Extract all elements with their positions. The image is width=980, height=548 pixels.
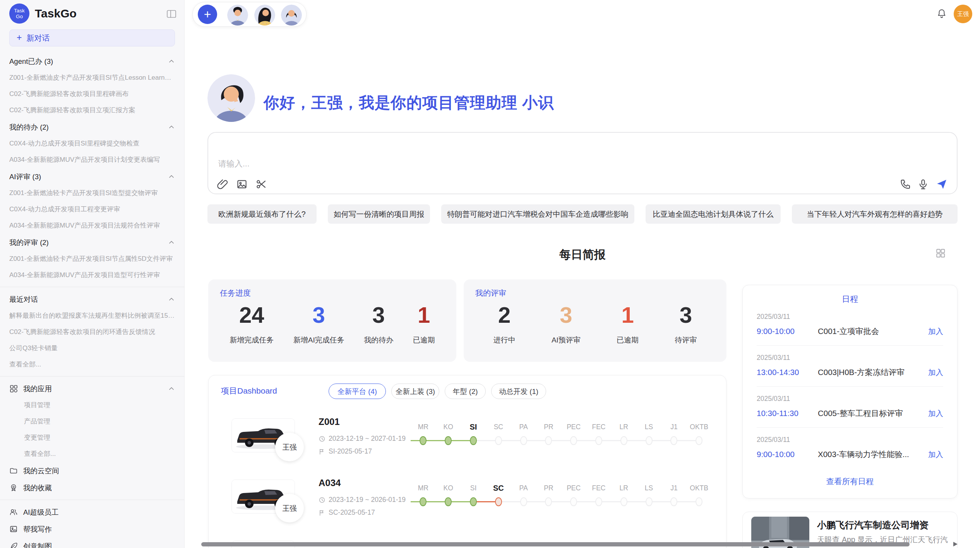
avatar[interactable] <box>254 4 276 26</box>
sidebar-item[interactable]: A034-全新新能源MUV产品开发项目造型可行性评审 <box>0 267 184 283</box>
milestone-dot-done <box>470 497 477 506</box>
chevron-up-icon <box>168 296 175 303</box>
chevron-up-icon <box>168 239 175 246</box>
avatar[interactable] <box>226 4 249 26</box>
sidebar-item-ai-staff[interactable]: AI超级员工 <box>0 503 184 521</box>
clock-icon <box>319 435 326 442</box>
milestone-timeline: MR KO SI SC PA PR PEC FEC LR LS J1 OKTB <box>411 482 712 507</box>
milestone-dot-done <box>470 436 477 445</box>
sidebar-item[interactable]: Z001-全新燃油轻卡产品开发项目SI造型提交物评审 <box>0 185 184 201</box>
recent-chat-item[interactable]: 公司Q3轻卡销量 <box>0 340 184 356</box>
view-all-chats[interactable]: 查看全部... <box>0 356 184 373</box>
app-link-change-mgmt[interactable]: 变更管理 <box>0 430 184 446</box>
microphone-icon[interactable] <box>917 178 929 190</box>
scrollbar-thumb[interactable] <box>201 542 910 546</box>
section-header-agent-done[interactable]: Agent已办 (3) <box>0 53 184 70</box>
milestone-timeline: MR KO SI SC PA PR PEC FEC LR LS J1 OKTB <box>411 421 712 446</box>
join-link[interactable]: 加入 <box>928 449 943 460</box>
sidebar-item[interactable]: C0X4-动力总成开发项目SI里程碑提交物检查 <box>0 135 184 152</box>
sidebar-item[interactable]: C02-飞腾新能源轻客改款项目立项汇报方案 <box>0 102 184 118</box>
sidebar-item[interactable]: Z001-全新燃油皮卡产品开发项目SI节点Lesson Learn报告 <box>0 70 184 86</box>
tab-new-body[interactable]: 全新上装 (3) <box>391 384 439 399</box>
milestone-label: FEC <box>586 421 612 433</box>
tab-all-new-platform[interactable]: 全新平台 (4) <box>329 384 386 399</box>
dashboard-title: 项目Dashboard <box>221 385 277 396</box>
send-icon[interactable] <box>936 178 947 190</box>
stat-pending-review: 3 待评审 <box>675 303 697 345</box>
milestone-dot-future <box>520 497 527 506</box>
suggestion-chip[interactable]: 比亚迪全固态电池计划具体说了什么 <box>646 204 781 224</box>
section-header-ai-review[interactable]: AI评审 (3) <box>0 168 184 185</box>
milestone-dot-future <box>696 436 702 445</box>
card-title: 我的评审 <box>475 288 506 298</box>
add-conversation-button[interactable]: + <box>198 5 217 24</box>
flag-icon <box>319 509 326 516</box>
sidebar-item-help-write[interactable]: 帮我写作 <box>0 521 184 538</box>
schedule-entry: 9:00-10:00 C001-立项审批会 加入 <box>757 326 943 337</box>
section-header-my-todo[interactable]: 我的待办 (2) <box>0 118 184 135</box>
app-link-product-mgmt[interactable]: 产品管理 <box>0 413 184 430</box>
avatar[interactable] <box>280 4 303 26</box>
sidebar-item-cloud-space[interactable]: 我的云空间 <box>0 462 184 479</box>
image-icon <box>9 525 18 533</box>
tab-powertrain-dev[interactable]: 动总开发 (1) <box>491 384 546 399</box>
sidebar-item[interactable]: A034-全新新能源MUV产品开发项目计划变更表编写 <box>0 152 184 168</box>
suggestion-chip[interactable]: 当下年轻人对汽车外观有怎样的喜好趋势 <box>792 204 958 224</box>
app-logo: Task Go <box>9 3 29 24</box>
stat-new-done: 24 新增完成任务 <box>230 303 274 345</box>
suggestion-chip[interactable]: 欧洲新规最近颁布了什么? <box>207 204 317 224</box>
sidebar-item[interactable]: Z001-全新燃油轻卡产品开发项目SI节点属性5D文件评审 <box>0 251 184 267</box>
join-link[interactable]: 加入 <box>928 408 943 419</box>
divider <box>757 386 943 387</box>
milestone-dot-future <box>670 497 677 506</box>
plus-icon: + <box>17 33 22 43</box>
view-all-apps[interactable]: 查看全部... <box>0 446 184 462</box>
sidebar-item[interactable]: C02-飞腾新能源轻客改款项目里程碑画布 <box>0 86 184 102</box>
milestone-dot-future <box>646 497 653 506</box>
divider <box>757 345 943 346</box>
tab-year-model[interactable]: 年型 (2) <box>445 384 486 399</box>
recent-chat-item[interactable]: 解释最新出台的欧盟报废车法规再生塑料比例被调至15%... <box>0 308 184 324</box>
milestone-dot-future <box>545 436 552 445</box>
schedule-entry: 9:00-10:00 X003-车辆动力学性能验... 加入 <box>757 449 943 460</box>
section-header-recent-chats[interactable]: 最近对话 <box>0 291 184 308</box>
recent-chat-item[interactable]: C02-飞腾新能源轻客改款项目的闭环通告反馈情况 <box>0 324 184 340</box>
join-link[interactable]: 加入 <box>928 326 943 337</box>
attachment-icon[interactable] <box>217 178 228 190</box>
milestone-dot-future <box>520 436 527 445</box>
grid-icon <box>9 384 18 393</box>
sidebar-item[interactable]: A034-全新新能源MUV产品开发项目法规符合性评审 <box>0 217 184 234</box>
stat-my-todo: 3 我的待办 <box>364 303 393 345</box>
ai-staff-label: AI超级员工 <box>23 507 58 517</box>
milestone-label-current: SI <box>461 421 486 433</box>
new-chat-button[interactable]: + 新对话 <box>9 29 175 46</box>
notification-bell-icon[interactable] <box>937 9 947 19</box>
suggestion-chip[interactable]: 如何写一份清晰的项目周报 <box>328 204 430 224</box>
chat-input[interactable]: 请输入... <box>207 132 958 194</box>
app-link-project-mgmt[interactable]: 项目管理 <box>0 397 184 413</box>
suggestion-chip[interactable]: 特朗普可能对进口汽车增税会对中国车企造成哪些影响 <box>441 204 634 224</box>
section-title: 最近对话 <box>9 295 38 304</box>
milestone-label: J1 <box>661 482 687 494</box>
logo-text-bottom: Go <box>16 14 23 19</box>
sidebar-item[interactable]: C0X4-动力总成开发项目工程变更评审 <box>0 201 184 217</box>
sidebar-item-creative-draw[interactable]: 创意制图 <box>0 538 184 548</box>
user-avatar[interactable]: 王强 <box>954 5 972 23</box>
sidebar-collapse-icon[interactable] <box>166 9 176 19</box>
milestone-dot-done <box>445 497 452 506</box>
sidebar-item-my-apps[interactable]: 我的应用 <box>0 380 184 397</box>
schedule-name: X003-车辆动力学性能验... <box>818 449 928 460</box>
scrollbar-right-arrow[interactable] <box>953 542 958 546</box>
view-all-schedule-link[interactable]: 查看所有日程 <box>757 476 943 487</box>
scissors-icon[interactable] <box>255 178 267 190</box>
image-upload-icon[interactable] <box>236 178 248 190</box>
schedule-name: C005-整车工程目标评审 <box>818 408 928 419</box>
join-link[interactable]: 加入 <box>928 367 943 378</box>
layout-grid-icon[interactable] <box>935 248 946 258</box>
milestone-label: LR <box>611 421 636 433</box>
phone-call-icon[interactable] <box>899 178 911 190</box>
milestone-dot-future <box>570 497 577 506</box>
sidebar-item-favorites[interactable]: 我的收藏 <box>0 479 184 496</box>
logo-text-top: Task <box>14 8 25 14</box>
section-header-my-review[interactable]: 我的评审 (2) <box>0 234 184 251</box>
